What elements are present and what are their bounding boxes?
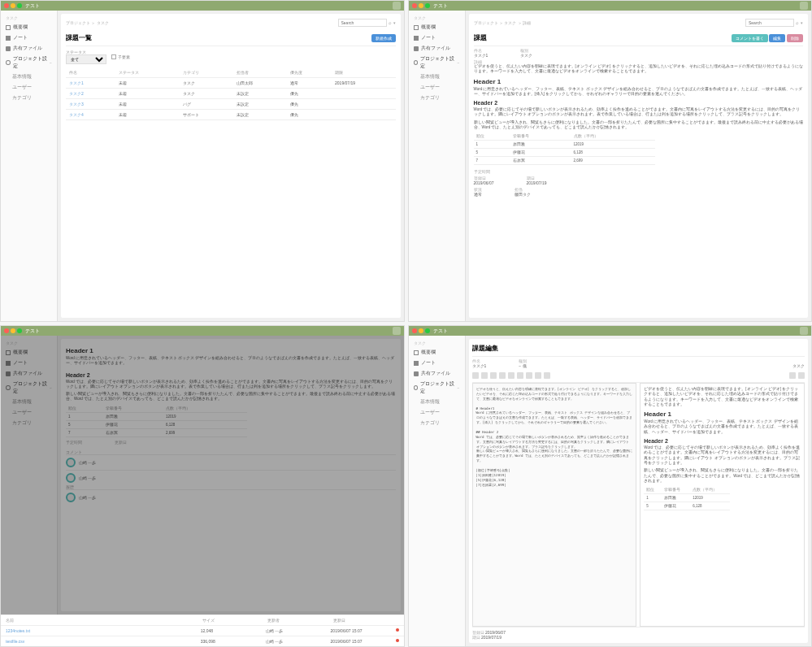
sidebar-sub-category[interactable]: カテゴリ [1,93,57,103]
sidebar-item-notes[interactable]: ノート [1,33,57,43]
sidebar-sub-basic[interactable]: 基本情報 [1,72,57,82]
max-icon[interactable] [17,3,22,8]
sidebar-sub-category[interactable]: カテゴリ [409,93,465,103]
toolbar-btn[interactable] [472,372,479,379]
dashboard-icon [6,25,11,30]
search-input[interactable] [745,19,794,27]
children-checkbox[interactable]: 子要素 [111,54,130,59]
toolbar-btn[interactable] [798,372,805,379]
sidebar-item-settings[interactable]: プロジェクト設定− [1,54,57,72]
toolbar-btn[interactable] [544,372,550,379]
folder-icon [414,371,419,376]
sidebar-item-notes[interactable]: ノート [409,358,465,368]
titlebar: テスト [409,1,812,11]
titlebar: テスト [1,1,404,11]
min-icon[interactable] [419,328,423,333]
toolbar-btn[interactable] [535,372,541,379]
file-link[interactable]: testfile.csv [6,639,201,644]
markdown-source[interactable]: ビデオを使うと、伝えたい内容を明確に表現できます。[オンライン ビデオ] をクリ… [472,383,637,627]
search-input[interactable] [338,19,387,27]
max-icon[interactable] [17,328,22,333]
menu-icon[interactable] [800,327,808,335]
close-icon[interactable] [4,328,9,333]
sidebar-item-overview[interactable]: 概要欄 [1,22,57,33]
sidebar-item-overview[interactable]: 概要欄 [409,347,465,358]
sidebar-item-files[interactable]: 共有ファイル [409,368,465,379]
breadcrumb[interactable]: プロジェクト ＞ タスク ＞ 詳細 [474,20,532,25]
expand-icon[interactable]: − [50,60,52,65]
dropdown-icon[interactable]: ▾ [393,20,396,25]
type-value: タスク [792,363,805,368]
desc-para: 新しい閲覧ビューが導入され、閲覧もさらに便利になりました。文書の一部を折りたたん… [474,120,804,131]
expand-icon[interactable]: − [458,60,460,65]
min-icon[interactable] [419,3,423,8]
close-icon[interactable] [4,3,9,8]
search-icon[interactable]: ⌕ [389,20,392,25]
sidebar-sub-category[interactable]: カテゴリ [409,418,465,428]
max-icon[interactable] [425,328,430,333]
issue-link[interactable]: タスク1 [66,78,115,89]
sidebar-item-settings[interactable]: プロジェクト設定− [409,54,465,72]
max-icon[interactable] [425,3,430,8]
table-row: タスク1未着タスク山田太郎通常2019/07/19 [66,78,396,89]
toolbar-btn[interactable] [526,372,532,379]
menu-icon[interactable] [393,327,401,335]
gear-icon [414,60,419,65]
toolbar-btn[interactable] [499,372,506,379]
toolbar-btn[interactable] [508,372,515,379]
page-title: 課題編集 [472,342,805,357]
expand-icon[interactable]: − [458,385,460,390]
issue-link[interactable]: タスク2 [66,89,115,99]
min-icon[interactable] [11,3,15,8]
sidebar-sub-users[interactable]: ユーザー [1,82,57,93]
sidebar-sub-basic[interactable]: 基本情報 [409,397,465,407]
sidebar-sub-users[interactable]: ユーザー [409,407,465,418]
file-row[interactable]: 1234notes.txt12,048山崎 一歩2019/06/07 15:07 [1,625,404,636]
close-icon[interactable] [412,3,417,8]
toolbar-btn[interactable] [517,372,523,379]
close-icon[interactable] [412,328,417,333]
sidebar-sub-basic[interactable]: 基本情報 [409,72,465,82]
sidebar-item-settings[interactable]: プロジェクト設定− [409,379,465,397]
sidebar-item-overview[interactable]: 概要欄 [409,22,465,33]
min-icon[interactable] [11,328,15,333]
sidebar-item-notes[interactable]: ノート [409,33,465,43]
file-row[interactable]: testfile.csv336,098山崎 一歩2019/06/07 15:07 [1,636,404,646]
file-link[interactable]: 1234notes.txt [6,628,201,633]
titlebar: テスト [409,326,812,336]
ranking-table: 順位学籍番号点数（平均） 1原田雅120195伊藤花6,128 [644,486,730,510]
sidebar-item-files[interactable]: 共有ファイル [409,43,465,54]
toolbar-btn[interactable] [789,372,796,379]
delete-button[interactable]: 削除 [787,34,803,42]
modal-overlay[interactable] [1,336,404,614]
menu-icon[interactable] [393,2,401,10]
created-date: 2019/06/07 [474,180,494,185]
app-title: テスト [433,2,801,10]
dropdown-icon[interactable]: ▾ [801,20,803,25]
priority-select[interactable]: − 低 [519,363,526,368]
toolbar-btn[interactable] [481,372,488,379]
sidebar: タスク 概要欄 ノート 共有ファイル プロジェクト設定− 基本情報 ユーザー カ… [1,11,58,321]
sidebar-sub-users[interactable]: ユーザー [409,82,465,93]
gear-icon [6,60,11,65]
due-date: 2019/07/19 [481,635,502,640]
comment-button[interactable]: コメントを書く [732,34,768,42]
category-value: タスク [520,53,532,58]
breadcrumb[interactable]: プロジェクト ＞ タスク [66,20,109,25]
create-button[interactable]: 新規作成 [371,34,396,42]
table-row: タスク3未着バグ未設定優先 [66,99,396,110]
dashboard-icon [414,25,419,30]
edit-button[interactable]: 編集 [769,34,785,42]
status-filter[interactable]: 全て [66,54,106,64]
toolbar-btn[interactable] [490,372,497,379]
issue-link[interactable]: タスク3 [66,99,115,110]
issue-link[interactable]: タスク4 [66,110,115,120]
search-icon[interactable]: ⌕ [796,20,799,25]
sidebar-item-files[interactable]: 共有ファイル [1,43,57,54]
folder-icon [6,46,11,51]
menu-icon[interactable] [800,2,808,10]
app-title: テスト [25,328,393,335]
app-title: テスト [433,328,801,335]
page-title: 課題一覧 [66,33,92,42]
app-title: テスト [25,2,393,10]
